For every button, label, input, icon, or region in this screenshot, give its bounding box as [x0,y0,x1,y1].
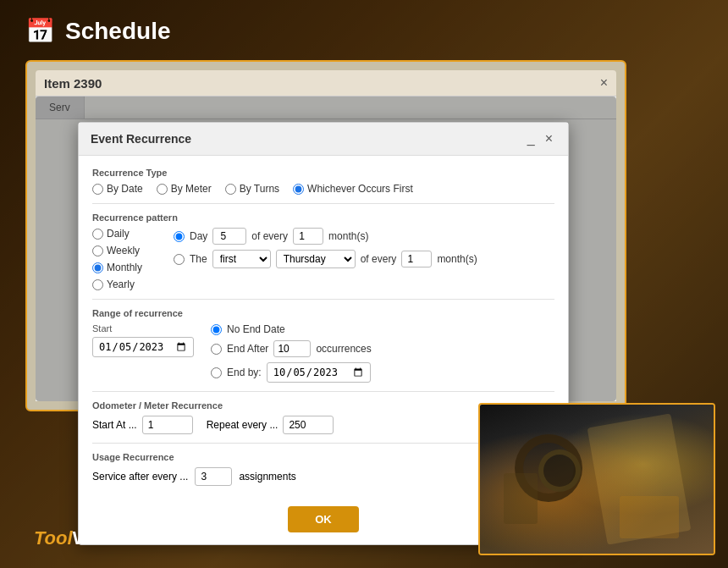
day-name-select[interactable]: Sunday Monday Tuesday Wednesday Thursday… [276,250,356,268]
no-end-date-radio[interactable] [211,324,222,335]
pattern-details: Day of every month(s) The [174,228,554,290]
dialog-header: Event Recurrence _ × [79,123,568,156]
range-label: Range of recurrence [92,308,554,318]
day-radio[interactable] [174,231,185,242]
outer-window-close[interactable]: × [600,75,608,91]
logo-tool-text: Tool [34,527,73,549]
recurrence-type-group: By Date By Meter By Turns Whichever Occu… [92,183,554,195]
end-by-date-input[interactable] [267,362,371,383]
dialog-title: Event Recurrence [91,132,191,146]
page-title: Schedule [65,18,170,45]
end-by-row: End by: [211,362,372,383]
window-content: Serv Event Recurrence _ × [36,97,616,401]
the-interval-input[interactable] [401,251,432,267]
radio-yearly[interactable]: Yearly [92,278,160,290]
pattern-container: Daily Weekly Monthly Yearly [92,228,554,290]
start-at-field: Start At ... [92,416,193,434]
radio-by-turns[interactable]: By Turns [225,183,279,195]
start-at-input[interactable] [142,416,193,434]
whichever-label: Whichever Occurs First [307,183,413,195]
item-title: Item 2390 [44,76,102,91]
page-header: 📅 Schedule [25,17,703,45]
end-after-row: End After occurrences [211,340,372,357]
position-select[interactable]: first second third fourth last [212,250,271,268]
photo-frame [478,403,715,555]
recurrence-pattern-section: Recurrence pattern Daily Weekly [92,212,554,290]
the-radio[interactable] [174,254,185,265]
toolwatch-logo: Tool Watch [34,527,133,549]
day-row: Day of every month(s) [174,228,554,245]
photo-inner [480,405,714,554]
recurrence-pattern-label: Recurrence pattern [92,212,554,223]
range-section: Range of recurrence Start [92,308,554,383]
dialog-close-btn[interactable]: × [542,131,556,146]
radio-weekly[interactable]: Weekly [92,245,160,256]
no-end-date-row: No End Date [211,323,372,335]
radio-whichever[interactable]: Whichever Occurs First [293,183,413,195]
dialog-minimize-btn[interactable]: _ [524,131,538,146]
calendar-icon: 📅 [25,17,55,45]
end-after-radio[interactable] [211,344,222,355]
range-end-options: No End Date End After occurrences [211,323,372,383]
radio-by-date[interactable]: By Date [92,183,143,195]
end-after-input[interactable] [273,340,311,357]
repeat-every-field: Repeat every ... [207,416,334,434]
day-number-input[interactable] [212,228,246,245]
the-row: The first second third fourth last [174,250,554,268]
recurrence-type-section: Recurrence Type By Date By Meter By Turn… [92,168,554,195]
start-date-input[interactable] [92,337,194,357]
ok-button[interactable]: OK [288,506,359,532]
logo-watch-text: Watch [73,527,133,549]
service-after-input[interactable] [195,467,232,486]
range-start: Start [92,323,194,357]
outer-window: Item 2390 × Serv Event Recurrence _ [25,60,626,411]
radio-monthly[interactable]: Monthly [92,262,160,273]
day-interval-input[interactable] [293,228,323,245]
end-by-radio[interactable] [211,367,222,378]
radio-by-meter[interactable]: By Meter [157,183,212,195]
pattern-type-list: Daily Weekly Monthly Yearly [92,228,160,290]
recurrence-type-label: Recurrence Type [92,168,554,178]
repeat-every-input[interactable] [283,416,334,434]
range-container: Start No End Date [92,323,554,383]
radio-daily[interactable]: Daily [92,228,160,240]
